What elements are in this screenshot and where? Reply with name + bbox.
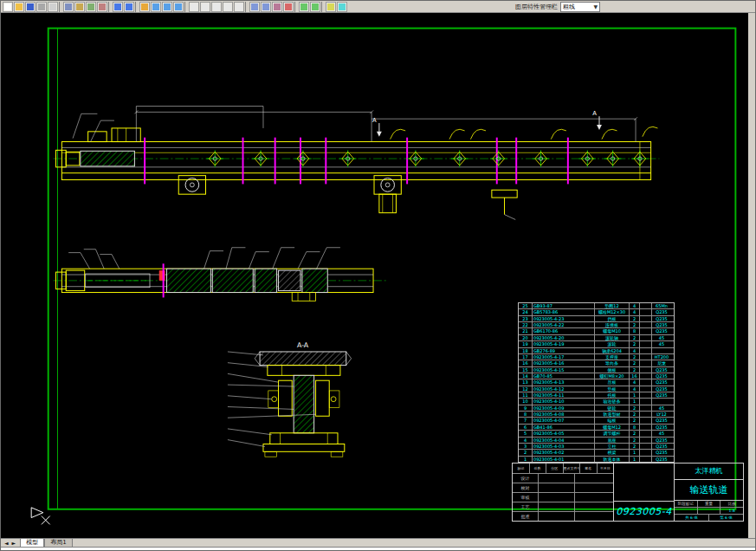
bom-row: 100923005-4-10输送链条1	[519, 398, 674, 404]
redo-icon[interactable]	[124, 2, 134, 12]
signature-cell	[575, 483, 613, 492]
command-line[interactable]	[1, 547, 756, 551]
signature-label: 设计	[513, 474, 539, 483]
polyline-icon[interactable]	[200, 2, 210, 12]
distance-icon[interactable]	[299, 2, 309, 12]
signature-label: 校对	[513, 483, 539, 492]
tab-scroll-arrows[interactable]: ◄ ►	[1, 539, 20, 547]
pan-icon[interactable]	[139, 2, 150, 12]
signature-cell	[575, 512, 613, 521]
bom-row: 90923005-4-09链轮245	[519, 405, 674, 411]
toolbar-separator	[321, 2, 325, 12]
sheet-row: 共 6 张 第 6 张	[675, 515, 743, 521]
bom-row: 150923005-4-15侧板2Q235	[519, 366, 674, 373]
plot-icon-glyph	[38, 3, 45, 10]
signature-cell	[539, 483, 575, 492]
tabs-holder: 模型布局1	[20, 538, 72, 547]
signature-cell	[575, 502, 613, 511]
sheet-total: 共 6 张	[675, 515, 709, 521]
bom-row: 70923005-4-07端板2Q235	[519, 417, 674, 423]
open-icon-glyph	[16, 3, 23, 10]
circle-icon[interactable]	[211, 2, 222, 12]
stage-value	[675, 508, 698, 515]
text-icon[interactable]	[234, 2, 244, 12]
bom-cell: 1	[519, 457, 533, 462]
toolbar: 图层特性管理栏 粗线 ▼	[1, 1, 756, 13]
open-icon[interactable]	[14, 2, 24, 12]
cut-icon-glyph	[65, 3, 72, 10]
properties-icon-glyph	[339, 3, 346, 10]
scale-grid: 阶段标记 重量 比例 1:8 共 6 张 第 6 张	[675, 501, 743, 521]
bom-table: 25GB93-87垫圈12465Mn24GB5783-86螺栓M12×304Q2…	[518, 302, 675, 463]
layers-icon[interactable]	[326, 2, 336, 12]
weight-value	[698, 508, 721, 515]
scale-grid-values: 1:8	[675, 508, 743, 515]
dimension-lines	[73, 107, 637, 142]
arc-icon-glyph	[224, 3, 231, 10]
trim-icon[interactable]	[272, 2, 282, 12]
copy-icon[interactable]	[74, 2, 85, 12]
ucs-icon	[31, 508, 50, 525]
toolbar-separator	[245, 2, 249, 12]
drawing-number: 0923005-4	[614, 502, 674, 521]
new-icon[interactable]	[3, 2, 13, 12]
chevron-down-icon: ▼	[593, 3, 598, 10]
label-stage: 阶段标记	[675, 501, 698, 508]
bom-row: 30923005-4-03立柱2Q235	[519, 443, 674, 449]
bom-row: 20923005-4-02横梁1Q235	[519, 449, 674, 455]
undo-icon[interactable]	[113, 2, 123, 12]
section-mark-a2: A	[592, 110, 597, 117]
material-cell	[614, 463, 674, 502]
toolbar-icon-group	[3, 2, 347, 12]
line-icon[interactable]	[189, 2, 199, 12]
label-count: 处数	[530, 463, 547, 473]
cut-icon[interactable]	[63, 2, 74, 12]
arc-icon[interactable]	[223, 2, 233, 12]
zoom-previous-icon[interactable]	[173, 2, 184, 12]
move-icon[interactable]	[249, 2, 260, 12]
drawing-canvas[interactable]: A A	[1, 13, 748, 538]
signature-cell	[539, 512, 575, 521]
match-properties-icon[interactable]	[97, 2, 107, 12]
properties-icon[interactable]	[337, 2, 347, 12]
bom-row: 120923005-4-12垫板4Q235	[519, 386, 674, 392]
trim-icon-glyph	[274, 3, 281, 10]
sheet-number: 第 6 张	[709, 515, 743, 521]
section-cut-lines	[145, 138, 568, 185]
bom-row: 220923005-4-22连接板2Q235	[519, 321, 674, 327]
erase-icon[interactable]	[283, 2, 294, 12]
bom-row: 110923005-4-11托板1Q235	[519, 392, 674, 398]
title-block-right: 太洋精机 输送轨道 阶段标记 重量 比例 1:8 共 6 张	[675, 463, 743, 521]
bom-row: 230923005-4-23挡板2Q235	[519, 315, 674, 321]
signature-cell	[575, 474, 613, 483]
bom-cell: Q235	[652, 457, 671, 462]
area-icon[interactable]	[310, 2, 320, 12]
plot-preview-icon[interactable]	[48, 2, 58, 12]
toolbar-separator	[135, 2, 139, 12]
zoom-realtime-icon-glyph	[152, 3, 159, 10]
text-icon-glyph	[236, 3, 242, 10]
save-icon[interactable]	[25, 2, 36, 12]
bom-row: 21GB6170-86螺母M108Q235	[519, 327, 674, 334]
bom-row: 18GB276-89轴承62044	[519, 347, 674, 353]
revision-header-row: 标记 处数 分区 更改文件号 签名 年月日	[513, 463, 613, 474]
undo-icon-glyph	[114, 3, 121, 10]
side-view	[54, 263, 386, 301]
tab-模型[interactable]: 模型	[20, 538, 44, 547]
tab-布局1[interactable]: 布局1	[44, 538, 72, 547]
distance-icon-glyph	[300, 3, 307, 10]
paste-icon[interactable]	[86, 2, 96, 12]
layer-combo[interactable]: 粗线 ▼	[560, 2, 600, 12]
rotate-icon[interactable]	[261, 2, 271, 12]
new-icon-glyph	[4, 3, 11, 10]
label-date: 年月日	[598, 463, 614, 473]
plot-icon[interactable]	[36, 2, 47, 12]
scale-value: 1:8	[720, 508, 743, 515]
zoom-realtime-icon[interactable]	[151, 2, 161, 12]
title-block-middle: 0923005-4	[614, 463, 675, 521]
move-icon-glyph	[251, 3, 258, 10]
part-name: 输送轨道	[675, 480, 743, 501]
circle-icon-glyph	[213, 3, 220, 10]
label-weight: 重量	[698, 501, 721, 508]
zoom-window-icon[interactable]	[162, 2, 172, 12]
